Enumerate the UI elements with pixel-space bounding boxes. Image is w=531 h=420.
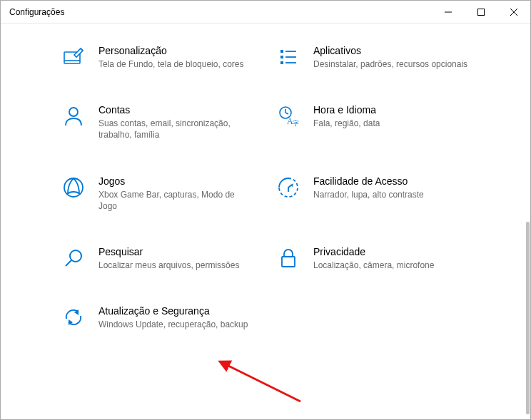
category-gaming[interactable]: Jogos Xbox Game Bar, capturas, Modo de J… [61,175,255,212]
content-area: Personalização Tela de Fundo, tela de bl… [1,24,530,419]
window-controls [432,1,530,23]
category-desc: Xbox Game Bar, capturas, Modo de Jogo [98,189,255,212]
time-language-icon: A 字 [276,104,300,128]
gaming-icon [61,175,86,200]
category-time-language[interactable]: A 字 Hora e Idioma Fala, região, data [276,104,470,140]
category-ease-of-access[interactable]: Facilidade de Acesso Narrador, lupa, alt… [276,175,470,212]
svg-point-19 [64,178,83,197]
category-accounts[interactable]: Contas Suas contas, email, sincronização… [61,104,255,140]
category-personalization[interactable]: Personalização Tela de Fundo, tela de bl… [61,45,255,70]
update-security-icon [61,305,86,329]
svg-rect-9 [280,56,283,58]
category-title: Contas [98,104,255,116]
maximize-button[interactable] [465,1,497,23]
category-grid: Personalização Tela de Fundo, tela de bl… [61,45,470,330]
personalization-icon [61,45,86,69]
accounts-icon [61,104,86,128]
category-search[interactable]: Pesquisar Localizar meus arquivos, permi… [61,246,255,271]
svg-line-22 [66,260,71,266]
privacy-icon [276,246,300,270]
category-privacy[interactable]: Privacidade Localização, câmera, microfo… [276,246,470,271]
category-title: Hora e Idioma [313,104,470,116]
apps-icon [276,45,300,69]
category-update-security[interactable]: Atualização e Segurança Windows Update, … [61,305,255,330]
search-icon [61,246,86,270]
svg-rect-1 [478,9,485,15]
category-title: Personalização [98,45,255,56]
category-title: Pesquisar [98,246,255,257]
svg-rect-7 [280,50,283,53]
ease-of-access-icon [276,175,300,200]
category-desc: Narrador, lupa, alto contraste [313,189,470,200]
category-desc: Localizar meus arquivos, permissões [98,260,255,271]
scrollbar-thumb[interactable] [526,222,530,414]
category-desc: Suas contas, email, sincronização, traba… [98,118,255,140]
category-title: Jogos [98,175,255,187]
svg-line-16 [285,113,288,114]
category-desc: Fala, região, data [313,118,470,129]
category-apps[interactable]: Aplicativos Desinstalar, padrões, recurs… [276,45,470,70]
titlebar: Configurações [1,1,530,24]
svg-text:字: 字 [293,120,299,127]
category-desc: Windows Update, recuperação, backup [98,319,255,330]
window-title: Configurações [9,7,64,17]
category-title: Aplicativos [313,45,470,56]
svg-point-13 [69,108,78,116]
category-title: Atualização e Segurança [98,305,255,317]
svg-rect-23 [282,257,295,267]
svg-rect-11 [280,61,283,64]
close-button[interactable] [497,1,530,23]
settings-window: Configurações [0,0,531,420]
category-title: Privacidade [313,246,470,257]
svg-point-21 [70,250,81,262]
category-desc: Localização, câmera, microfone [313,260,470,271]
category-title: Facilidade de Acesso [313,175,470,187]
category-desc: Tela de Fundo, tela de bloqueio, cores [98,58,255,70]
minimize-button[interactable] [432,1,465,23]
category-desc: Desinstalar, padrões, recursos opcionais [313,58,470,70]
